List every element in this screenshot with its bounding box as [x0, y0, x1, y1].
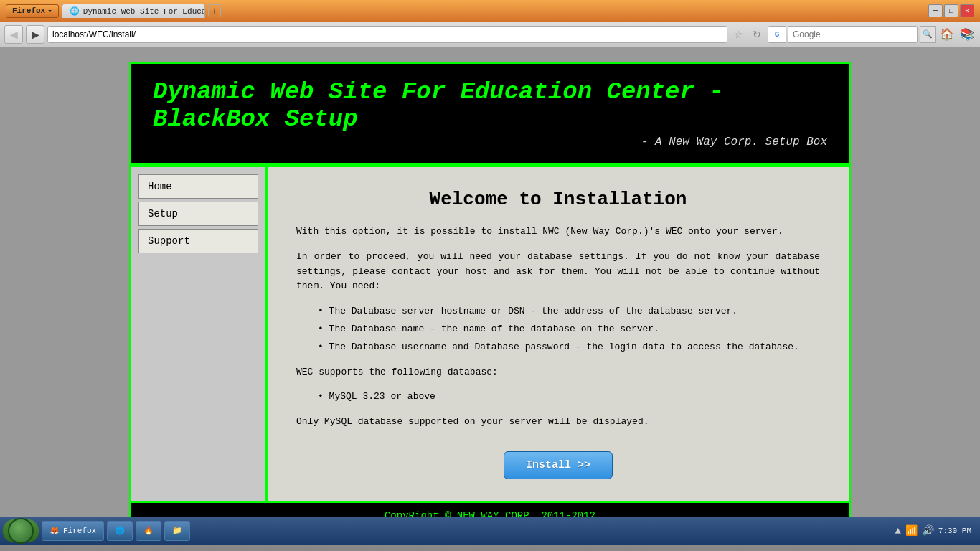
- bookmark-star-button[interactable]: ☆: [730, 27, 746, 42]
- taskbar-folder-item[interactable]: 📁: [164, 521, 190, 541]
- paragraph1-text: In order to proceed, you will need your …: [296, 250, 820, 294]
- browser-tab[interactable]: 🌐 Dynamic Web Site For Education Center …: [62, 4, 205, 18]
- content-title: Welcome to Installation: [296, 189, 820, 210]
- tab-favicon: 🌐: [70, 6, 80, 16]
- reload-button[interactable]: ↻: [749, 27, 765, 42]
- new-tab-button[interactable]: +: [208, 4, 221, 17]
- search-input[interactable]: [788, 26, 918, 43]
- taskbar-app3-item[interactable]: 🔥: [136, 521, 161, 541]
- taskbar-tray: ▲ 📶 🔊 7:30 PM: [895, 524, 977, 537]
- back-button[interactable]: ◀: [4, 25, 23, 44]
- start-button[interactable]: [3, 519, 39, 542]
- requirements-list: The Database server hostname or DSN - th…: [318, 304, 820, 354]
- taskbar-firefox-label: Firefox: [63, 527, 96, 535]
- tray-icon-1: ▲: [895, 525, 900, 537]
- taskbar-app3-icon: 🔥: [143, 526, 154, 535]
- install-btn-container: Install >>: [296, 451, 820, 479]
- site-title: Dynamic Web Site For Education Center - …: [153, 78, 827, 133]
- install-button[interactable]: Install >>: [504, 451, 613, 479]
- taskbar: 🦊 Firefox 🌐 🔥 📁 ▲ 📶 🔊 7:30 PM: [0, 517, 980, 545]
- sidebar-item-setup[interactable]: Setup: [138, 202, 258, 226]
- db-list: MySQL 3.23 or above: [318, 390, 820, 405]
- tab-title: Dynamic Web Site For Education Center ..…: [83, 7, 205, 16]
- minimize-button[interactable]: ─: [928, 4, 943, 17]
- tab-area: Firefox ▾ 🌐 Dynamic Web Site For Educati…: [6, 4, 221, 18]
- site-header: Dynamic Web Site For Education Center - …: [129, 62, 851, 165]
- db-item-1: MySQL 3.23 or above: [318, 390, 820, 405]
- firefox-label: Firefox: [12, 6, 45, 15]
- page-body: Dynamic Web Site For Education Center - …: [0, 47, 980, 545]
- taskbar-ie-icon: 🌐: [115, 526, 125, 535]
- taskbar-time-display: 7:30 PM: [938, 526, 971, 536]
- close-button[interactable]: ✕: [960, 4, 974, 17]
- requirement-item-2: The Database name - the name of the data…: [318, 322, 820, 337]
- site-subtitle: - A New Way Corp. Setup Box: [153, 136, 827, 149]
- start-orb: [8, 518, 34, 544]
- window-controls: ─ □ ✕: [928, 4, 974, 17]
- taskbar-ie-item[interactable]: 🌐: [107, 521, 133, 541]
- address-bar-area: ☆ ↻: [47, 26, 765, 43]
- taskbar-firefox-icon: 🦊: [50, 526, 60, 535]
- main-container: Home Setup Support Welcome to Installati…: [129, 165, 851, 503]
- content-panel: Welcome to Installation With this option…: [268, 167, 849, 501]
- forward-button[interactable]: ▶: [26, 25, 44, 44]
- search-area: G 🔍: [768, 26, 936, 43]
- browser-titlebar: Firefox ▾ 🌐 Dynamic Web Site For Educati…: [0, 0, 980, 22]
- maximize-button[interactable]: □: [944, 4, 958, 17]
- firefox-menu-button[interactable]: Firefox ▾: [6, 4, 59, 18]
- sidebar-item-support[interactable]: Support: [138, 229, 258, 253]
- tray-icon-2: 📶: [905, 524, 918, 537]
- db-intro-text: WEC supports the following database:: [296, 365, 820, 380]
- home-button[interactable]: 🏠: [938, 26, 956, 43]
- google-icon: G: [768, 26, 786, 43]
- tray-icon-3: 🔊: [922, 524, 934, 537]
- sidebar: Home Setup Support: [131, 167, 268, 501]
- requirement-item-3: The Database username and Database passw…: [318, 340, 820, 355]
- dropdown-arrow: ▾: [47, 6, 52, 16]
- note-text: Only MySQL database supported on your se…: [296, 415, 820, 430]
- intro-text: With this option, it is possible to inst…: [296, 225, 820, 240]
- sidebar-item-home[interactable]: Home: [138, 174, 258, 199]
- taskbar-clock[interactable]: 7:30 PM: [938, 526, 971, 536]
- bookmarks-button[interactable]: 📚: [958, 26, 976, 43]
- taskbar-folder-icon: 📁: [172, 526, 182, 535]
- requirement-item-1: The Database server hostname or DSN - th…: [318, 304, 820, 319]
- taskbar-firefox-item[interactable]: 🦊 Firefox: [42, 521, 104, 541]
- address-bar[interactable]: [47, 26, 727, 43]
- browser-controls: ◀ ▶ ☆ ↻ G 🔍 🏠 📚: [0, 22, 980, 47]
- search-submit-button[interactable]: 🔍: [920, 26, 936, 43]
